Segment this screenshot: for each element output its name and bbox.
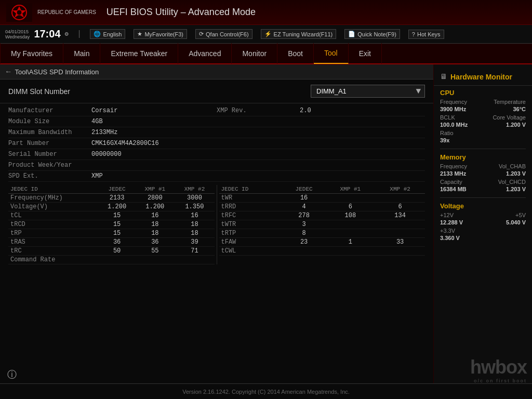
- table-row: Frequency(MHz)213328003000: [8, 194, 215, 203]
- monitor-row: Frequency Vol_CHAB: [440, 163, 526, 169]
- table-row: tCWL: [219, 247, 425, 256]
- info-row-empty3: [217, 138, 425, 149]
- hotkeys-button[interactable]: ? Hot Keys: [408, 30, 444, 39]
- timing-table-right: JEDEC ID JEDEC XMP #1 XMP #2 tWR16 tRRD4…: [219, 185, 425, 256]
- voltage-section: Voltage +12V +5V 12.288 V 5.040 V +3.3V …: [434, 201, 532, 243]
- info-row-empty4: [217, 149, 425, 160]
- settings-icon[interactable]: ⚙: [65, 30, 69, 38]
- monitor-row: BCLK Core Voltage: [440, 114, 526, 121]
- info-row-module-size: Module Size 4GB: [8, 116, 217, 127]
- main-layout: ← Tool\ASUS SPD Information DIMM Slot Nu…: [0, 64, 532, 383]
- monitor-row: Capacity Vol_CHCD: [440, 179, 526, 185]
- dimm-slot-select[interactable]: DIMM_A1 DIMM_A2 DIMM_B1 DIMM_B2: [311, 85, 425, 98]
- info-row-empty6: [217, 171, 425, 182]
- monitor-icon: 🖥: [440, 73, 447, 81]
- table-row: tWR16: [219, 194, 425, 203]
- info-row-empty5: [217, 160, 425, 171]
- monitor-row: 3.360 V: [440, 235, 526, 241]
- breadcrumb-path: Tool\ASUS SPD Information: [15, 68, 99, 76]
- help-icon: ?: [412, 31, 415, 37]
- hardware-monitor-sidebar: 🖥 Hardware Monitor CPU Frequency Tempera…: [433, 64, 532, 383]
- back-button[interactable]: ←: [6, 68, 10, 76]
- nav-item-extreme-tweaker[interactable]: Extreme Tweaker: [100, 43, 178, 64]
- time-display: 17:04: [34, 28, 60, 40]
- note-icon: 📄: [348, 31, 355, 37]
- monitor-row: Frequency Temperature: [440, 99, 526, 105]
- timings-wrapper: JEDEC ID JEDEC XMP #1 XMP #2 Frequency(M…: [0, 184, 433, 265]
- table-row: tRFC278108134: [219, 211, 425, 220]
- table-row: tRCD151818: [8, 220, 215, 229]
- timing-table-left: JEDEC ID JEDEC XMP #1 XMP #2 Frequency(M…: [8, 185, 215, 264]
- monitor-row: Ratio: [440, 130, 526, 136]
- cpu-section: CPU Frequency Temperature 3900 MHz 36°C …: [434, 86, 532, 145]
- toolbar: 04/01/2015 Wednesday 17:04 ⚙ | 🌐 English…: [0, 25, 532, 44]
- memory-section: Memory Frequency Vol_CHAB 2133 MHz 1.203…: [434, 152, 532, 194]
- nav-item-main[interactable]: Main: [63, 43, 100, 64]
- lightning-icon: ⚡: [264, 31, 272, 37]
- logo-area: REPUBLIC OF GAMERS: [6, 3, 96, 22]
- table-row: tRTP8: [219, 229, 425, 238]
- timing-col-left: JEDEC ID JEDEC XMP #1 XMP #2 Frequency(M…: [8, 185, 215, 264]
- monitor-row: 3900 MHz 36°C: [440, 106, 526, 112]
- qfan-button[interactable]: ⟳ Qfan Control(F6): [195, 29, 252, 39]
- bios-title: UEFI BIOS Utility – Advanced Mode: [107, 7, 256, 18]
- footer-text: Version 2.16.1242. Copyright (C) 2014 Am…: [182, 389, 350, 395]
- table-row: tRAS363639: [8, 238, 215, 247]
- fan-icon: ⟳: [199, 31, 204, 37]
- header: REPUBLIC OF GAMERS UEFI BIOS Utility – A…: [0, 0, 532, 25]
- rog-logo: [6, 3, 32, 22]
- language-button[interactable]: 🌐 English: [90, 29, 125, 39]
- hwbot-watermark: hwbox o/c on first boot: [470, 356, 532, 383]
- info-row-manufacturer: Manufacturer Corsair: [8, 105, 217, 116]
- dimm-select-wrapper: DIMM_A1 DIMM_A2 DIMM_B1 DIMM_B2 ▼: [311, 85, 425, 98]
- monitor-row: 12.288 V 5.040 V: [440, 219, 526, 225]
- eztuning-button[interactable]: ⚡ EZ Tuning Wizard(F11): [261, 29, 337, 39]
- myfavorite-button[interactable]: ★ MyFavorite(F3): [134, 29, 187, 39]
- quicknote-button[interactable]: 📄 Quick Note(F9): [344, 29, 400, 39]
- nav-bar: My Favorites Main Extreme Tweaker Advanc…: [0, 44, 532, 64]
- svg-point-3: [17, 10, 22, 15]
- voltage-section-title: Voltage: [440, 202, 526, 210]
- breadcrumb: ← Tool\ASUS SPD Information: [0, 64, 433, 79]
- star-icon: ★: [137, 31, 142, 37]
- column-divider: [217, 185, 217, 264]
- info-row-empty2: [217, 127, 425, 138]
- hardware-monitor-title: Hardware Monitor: [450, 73, 512, 81]
- table-row: Voltage(V)1.2001.2001.350: [8, 203, 215, 211]
- table-row: tWTR3: [219, 220, 425, 229]
- info-row-serial: Serial Number 00000000: [8, 149, 217, 160]
- info-row-empty: [217, 116, 425, 127]
- content-area: ← Tool\ASUS SPD Information DIMM Slot Nu…: [0, 64, 433, 383]
- cpu-section-title: CPU: [440, 89, 526, 97]
- info-row-spd-ext: SPD Ext. XMP: [8, 171, 217, 182]
- info-icon[interactable]: ⓘ: [7, 368, 17, 381]
- nav-item-monitor[interactable]: Monitor: [232, 43, 277, 64]
- table-row: tFAW23133: [219, 238, 425, 247]
- nav-item-exit[interactable]: Exit: [349, 43, 382, 64]
- nav-item-boot[interactable]: Boot: [277, 43, 314, 64]
- footer: Version 2.16.1242. Copyright (C) 2014 Am…: [0, 383, 532, 399]
- info-row-bandwidth: Maximum Bandwidth 2133MHz: [8, 127, 217, 138]
- monitor-row: 2133 MHz 1.203 V: [440, 170, 526, 177]
- info-row-part-number: Part Number CMK16GX4M4A2800C16: [8, 138, 217, 149]
- logo-text: REPUBLIC OF GAMERS: [37, 9, 96, 16]
- table-row: tRP151818: [8, 229, 215, 238]
- nav-item-favorites[interactable]: My Favorites: [0, 43, 63, 64]
- nav-item-advanced[interactable]: Advanced: [178, 43, 232, 64]
- monitor-row: 100.0 MHz 1.200 V: [440, 122, 526, 128]
- monitor-row: +3.3V: [440, 228, 526, 234]
- date-display: 04/01/2015 Wednesday: [5, 29, 30, 39]
- table-row: tRRD466: [219, 203, 425, 211]
- monitor-row: +12V +5V: [440, 212, 526, 218]
- dimm-header: DIMM Slot Number DIMM_A1 DIMM_A2 DIMM_B1…: [0, 79, 433, 103]
- info-row-xmp-rev: XMP Rev. 2.0: [217, 105, 425, 116]
- monitor-row: 39x: [440, 137, 526, 143]
- nav-item-tool[interactable]: Tool: [314, 43, 349, 64]
- globe-icon: 🌐: [94, 31, 101, 37]
- table-row: Command Rate: [8, 256, 215, 264]
- table-row: tCL151616: [8, 211, 215, 220]
- info-row-product-week: Product Week/Year: [8, 160, 217, 171]
- memory-section-title: Memory: [440, 153, 526, 161]
- spd-info-table: Manufacturer Corsair XMP Rev. 2.0 Module…: [0, 103, 433, 184]
- monitor-row: 16384 MB 1.203 V: [440, 186, 526, 192]
